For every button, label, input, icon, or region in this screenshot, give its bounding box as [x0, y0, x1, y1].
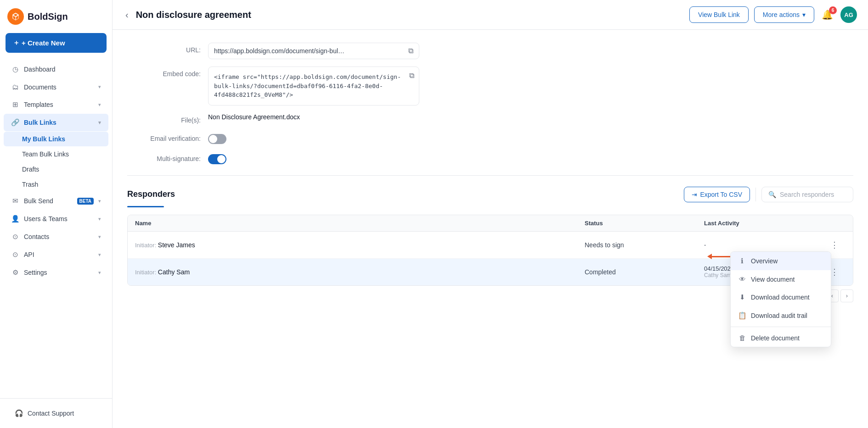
url-box: https://app.boldsign.com/document/sign-b… [208, 43, 419, 59]
context-menu-divider [731, 327, 831, 327]
responders-underline [127, 206, 164, 207]
url-row: URL: https://app.boldsign.com/document/s… [127, 43, 853, 59]
settings-chevron: ▾ [98, 270, 101, 276]
url-label: URL: [127, 43, 201, 54]
url-text: https://app.boldsign.com/document/sign-b… [214, 47, 405, 55]
sidebar-item-team-bulk-links[interactable]: Team Bulk Links [4, 147, 108, 161]
sidebar-item-templates[interactable]: ⊞ Templates ▾ [4, 96, 108, 113]
logo-text: BoldSign [28, 11, 68, 22]
sidebar-nav: ◷ Dashboard 🗂 Documents ▾ ⊞ Templates ▾ … [0, 58, 112, 398]
plus-icon: ＋ [13, 39, 20, 47]
toggle-knob-multi [217, 155, 225, 163]
sidebar-item-my-bulk-links[interactable]: My Bulk Links [4, 132, 108, 146]
context-menu-item-download-document[interactable]: ⬇ Download document [731, 288, 831, 306]
eye-icon: 👁 [738, 275, 746, 283]
sidebar-item-api[interactable]: ⊙ API ▾ [4, 246, 108, 263]
api-chevron: ▾ [98, 252, 101, 258]
trash-icon: 🗑 [738, 334, 746, 342]
row2-name: Initiator: Cathy Sam [135, 268, 585, 276]
context-menu-item-download-audit[interactable]: 📋 Download audit trail [731, 306, 831, 325]
col-last-activity: Last Activity [704, 220, 823, 227]
responders-title: Responders [127, 189, 684, 199]
row1-activity: - [704, 241, 823, 248]
embed-row: Embed code: <iframe src="https://app.bol… [127, 67, 853, 106]
row1-more-button[interactable]: ⋮ [829, 238, 840, 252]
export-csv-button[interactable]: ⇥ Export To CSV [684, 187, 750, 202]
sidebar-item-trash[interactable]: Trash [4, 177, 108, 192]
content-area: URL: https://app.boldsign.com/document/s… [113, 30, 868, 428]
sidebar-item-drafts[interactable]: Drafts [4, 162, 108, 177]
email-verification-toggle[interactable] [208, 134, 226, 144]
embed-box: <iframe src="https://app.boldsign.com/do… [208, 67, 419, 106]
audit-icon: 📋 [738, 311, 746, 320]
col-status: Status [585, 220, 704, 227]
sidebar-item-contacts[interactable]: ⊙ Contacts ▾ [4, 228, 108, 245]
context-menu-item-overview[interactable]: ℹ Overview [731, 252, 831, 270]
files-label: File(s): [127, 113, 201, 124]
toggle-knob [209, 135, 217, 143]
sidebar-item-bulk-send[interactable]: ✉ Bulk Send BETA ▾ [4, 192, 108, 210]
responders-actions: ⇥ Export To CSV 🔍 Search responders [684, 187, 853, 202]
section-divider [127, 175, 853, 176]
export-icon: ⇥ [692, 191, 697, 198]
sidebar-item-contact-support[interactable]: 🎧 Contact Support [7, 405, 105, 422]
api-icon: ⊙ [11, 250, 19, 259]
email-label: Email verification: [127, 131, 201, 142]
bulk-send-icon: ✉ [11, 197, 19, 205]
bulk-links-chevron: ▾ [98, 120, 101, 126]
row1-actions: ⋮ [823, 238, 845, 252]
documents-chevron: ▾ [98, 84, 101, 90]
divider-line [755, 188, 756, 201]
create-new-button[interactable]: ＋ + Create New [6, 33, 107, 53]
top-bar: ‹ Non disclosure agreement View Bulk Lin… [113, 0, 868, 30]
sidebar-item-documents[interactable]: 🗂 Documents ▾ [4, 78, 108, 95]
notification-button[interactable]: 🔔 6 [820, 7, 835, 22]
chevron-down-icon: ▾ [802, 11, 806, 18]
row2-status: Completed [585, 268, 704, 276]
col-name: Name [135, 220, 585, 227]
multi-label: Multi-signature: [127, 151, 201, 162]
sidebar-item-users-teams[interactable]: 👤 Users & Teams ▾ [4, 210, 108, 228]
back-button[interactable]: ‹ [124, 10, 130, 20]
page-title: Non disclosure agreement [136, 10, 684, 20]
dashboard-icon: ◷ [11, 65, 19, 73]
arrow-head [707, 254, 712, 259]
more-actions-button[interactable]: More actions ▾ [754, 6, 814, 23]
copy-url-icon[interactable]: ⧉ [408, 47, 413, 55]
embed-text: <iframe src="https://app.boldsign.com/do… [214, 73, 401, 98]
overview-icon: ℹ [738, 257, 746, 265]
view-bulk-link-button[interactable]: View Bulk Link [689, 6, 749, 23]
search-responders-input[interactable]: 🔍 Search responders [761, 187, 853, 202]
row1-name: Initiator: Steve James [135, 241, 585, 249]
logo-icon [7, 8, 24, 25]
search-icon: 🔍 [768, 191, 776, 198]
context-menu-item-delete[interactable]: 🗑 Delete document [731, 329, 831, 347]
back-icon: ‹ [125, 10, 129, 20]
files-value: Non Disclosure Agreement.docx [208, 113, 419, 121]
bulk-send-chevron: ▾ [98, 198, 101, 204]
sidebar-item-settings[interactable]: ⚙ Settings ▾ [4, 264, 108, 281]
sidebar-item-bulk-links[interactable]: 🔗 Bulk Links ▾ [4, 114, 108, 131]
table-header: Name Status Last Activity [128, 215, 853, 232]
sidebar: BoldSign ＋ + Create New ◷ Dashboard 🗂 Do… [0, 0, 113, 428]
context-menu: ℹ Overview 👁 View document ⬇ Download do… [730, 251, 831, 347]
multi-toggle-wrap [208, 151, 419, 164]
col-actions [823, 220, 845, 227]
url-value: https://app.boldsign.com/document/sign-b… [208, 43, 419, 59]
multi-signature-toggle[interactable] [208, 154, 226, 164]
sidebar-item-dashboard[interactable]: ◷ Dashboard [4, 61, 108, 78]
templates-chevron: ▾ [98, 102, 101, 108]
files-row: File(s): Non Disclosure Agreement.docx [127, 113, 853, 124]
notification-badge: 6 [829, 6, 837, 14]
copy-embed-icon[interactable]: ⧉ [409, 72, 414, 80]
context-menu-item-view-document[interactable]: 👁 View document [731, 270, 831, 288]
headset-icon: 🎧 [15, 409, 23, 417]
download-icon: ⬇ [738, 293, 746, 301]
users-icon: 👤 [11, 215, 19, 223]
email-row: Email verification: [127, 131, 853, 144]
next-page-button[interactable]: › [840, 289, 853, 302]
users-teams-chevron: ▾ [98, 216, 101, 222]
avatar[interactable]: AG [840, 6, 857, 23]
settings-icon: ⚙ [11, 268, 19, 277]
responders-header: Responders ⇥ Export To CSV 🔍 Search resp… [127, 187, 853, 202]
